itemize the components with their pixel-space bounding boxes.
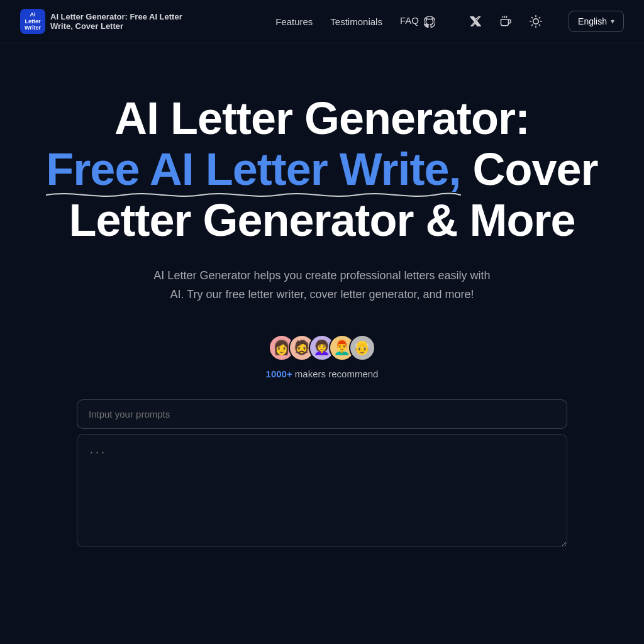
nav-link-features[interactable]: Features <box>275 16 313 27</box>
hero-title-line1: AI Letter Generator: <box>46 94 597 143</box>
svg-line-8 <box>539 18 540 18</box>
hero-title: AI Letter Generator: Free AI Letter Writ… <box>46 94 597 246</box>
x-button[interactable] <box>465 11 486 31</box>
social-suffix: makers recommend <box>292 369 379 379</box>
coffee-icon: path{stroke:rgba(255,255,255,0.8);stroke… <box>500 16 511 27</box>
hero-subtitle: AI Letter Generator helps you create pro… <box>153 266 490 304</box>
github-icon <box>424 16 435 28</box>
svg-point-0 <box>533 19 538 24</box>
avatar-group: 👩🧔👩‍🦱👨‍🦰👴 <box>269 335 375 361</box>
hero-white-text: Cover <box>473 144 598 194</box>
language-label: English <box>578 16 607 26</box>
logo-text: AI Letter Writer <box>25 11 41 31</box>
nav-link-testimonials[interactable]: Testimonials <box>330 16 382 27</box>
blue-underline-wrapper: Free AI Letter Write, <box>46 145 460 194</box>
input-section <box>64 399 580 550</box>
avatar: 👴 <box>349 335 375 361</box>
svg-line-4 <box>539 25 540 25</box>
nav-links: Features Testimonials FAQ path{stroke:rg… <box>275 11 624 32</box>
sun-icon <box>530 15 542 28</box>
chevron-down-icon: ▾ <box>611 17 614 26</box>
squiggle-decoration <box>46 189 460 201</box>
hero-title-line3: Letter Generator & More <box>46 196 597 245</box>
social-count: 1000+ <box>266 369 292 379</box>
language-button[interactable]: English ▾ <box>569 11 624 32</box>
hero-blue-text: Free AI Letter Write, <box>46 144 460 194</box>
nav-link-faq[interactable]: FAQ <box>400 15 435 27</box>
social-proof-text: 1000+ makers recommend <box>266 369 379 379</box>
x-icon <box>470 16 481 27</box>
logo-box: AI Letter Writer <box>20 9 45 34</box>
hero-subtitle-line1: AI Letter Generator helps you create pro… <box>153 269 490 282</box>
logo-link[interactable]: AI Letter Writer AI Letter Generator: Fr… <box>20 9 201 34</box>
hero-title-line2: Free AI Letter Write, Cover <box>46 145 597 194</box>
hero-section: AI Letter Generator: Free AI Letter Writ… <box>0 43 644 575</box>
svg-line-3 <box>532 18 533 18</box>
social-proof: 👩🧔👩‍🦱👨‍🦰👴 1000+ makers recommend <box>266 335 379 379</box>
brand-title: AI Letter Generator: Free AI Letter Writ… <box>50 12 201 31</box>
prompt-input[interactable] <box>77 399 567 429</box>
coffee-button[interactable]: path{stroke:rgba(255,255,255,0.8);stroke… <box>496 11 516 31</box>
nav-icon-group: path{stroke:rgba(255,255,255,0.8);stroke… <box>465 11 546 31</box>
theme-toggle-button[interactable] <box>526 11 546 31</box>
navigation: AI Letter Writer AI Letter Generator: Fr… <box>0 0 644 43</box>
output-textarea[interactable] <box>77 434 567 547</box>
svg-line-7 <box>532 25 533 25</box>
hero-subtitle-line2: AI. Try our free letter writer, cover le… <box>170 288 474 301</box>
